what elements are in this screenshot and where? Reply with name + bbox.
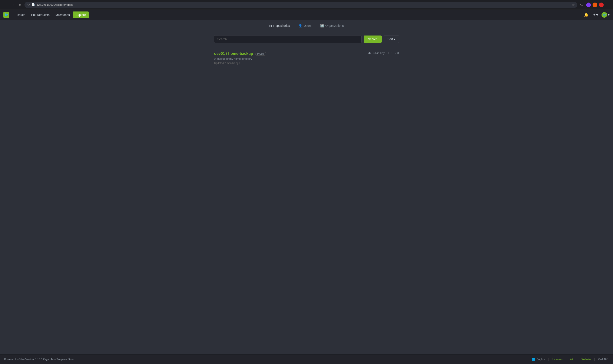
licenses-link[interactable]: Licenses bbox=[552, 358, 562, 361]
shield-icon: 🛡 bbox=[27, 3, 30, 6]
page-icon: 📄 bbox=[31, 3, 35, 6]
repo-description: A backup of my home directory bbox=[214, 57, 266, 60]
nav-link-pull-requests[interactable]: Pull Requests bbox=[28, 10, 52, 20]
powered-by-text: Powered by Gitea Version: 1.16.6 Page: bbox=[4, 358, 50, 361]
repo-info: dev01 / home-backup Private A backup of … bbox=[214, 52, 266, 65]
separator-3: | bbox=[577, 358, 578, 361]
repo-title-row: dev01 / home-backup Private bbox=[214, 52, 266, 56]
globe-icon: 🌐 bbox=[532, 358, 535, 361]
extension-avatar-2[interactable] bbox=[593, 2, 597, 7]
browser-nav-buttons: ← → ↻ bbox=[2, 2, 22, 8]
repo-meta: Public Key ☆ 0 ⑂ 0 bbox=[368, 52, 399, 55]
address-bar[interactable] bbox=[37, 3, 570, 6]
app-navbar: 🐦 Issues Pull Requests Milestones Explor… bbox=[0, 10, 613, 20]
page-time: 9ms bbox=[50, 358, 55, 361]
avatar: 🐦 bbox=[601, 12, 607, 18]
stars-count: 0 bbox=[391, 52, 392, 55]
nav-link-milestones[interactable]: Milestones bbox=[53, 10, 73, 20]
separator-2: | bbox=[566, 358, 567, 361]
organizations-icon: 🏢 bbox=[320, 24, 324, 28]
language-dot bbox=[368, 52, 370, 54]
search-input[interactable] bbox=[214, 35, 362, 43]
template-label: Template: bbox=[57, 358, 68, 361]
repositories-icon: ⊟ bbox=[269, 24, 272, 28]
website-link[interactable]: Website bbox=[582, 358, 591, 361]
reload-button[interactable]: ↻ bbox=[17, 2, 22, 8]
tab-repositories-label: Repositories bbox=[273, 24, 290, 27]
nav-links: Issues Pull Requests Milestones Explore bbox=[14, 10, 89, 20]
browser-actions: 🛡 ⋮ bbox=[579, 2, 611, 8]
nav-link-explore[interactable]: Explore bbox=[73, 12, 89, 18]
repo-forks: ⑂ 0 bbox=[395, 52, 399, 55]
fork-icon: ⑂ bbox=[395, 52, 396, 55]
shield-action-icon[interactable]: 🛡 bbox=[579, 2, 585, 8]
tab-organizations-label: Organizations bbox=[326, 24, 344, 27]
footer-right: 🌐 English | Licenses | API | Website | G… bbox=[532, 358, 609, 361]
back-button[interactable]: ← bbox=[2, 2, 9, 8]
separator-4: | bbox=[594, 358, 595, 361]
api-link[interactable]: API bbox=[570, 358, 574, 361]
footer: Powered by Gitea Version: 1.16.6 Page: 9… bbox=[0, 354, 613, 364]
extension-avatar-3[interactable] bbox=[599, 2, 604, 7]
bookmark-icon[interactable]: ☆ bbox=[572, 3, 575, 7]
main-content: Search Sort ▾ dev01 / home-backup Privat… bbox=[211, 30, 402, 354]
language-label: Public Key bbox=[372, 52, 385, 55]
search-button[interactable]: Search bbox=[364, 36, 382, 43]
language-label: English bbox=[537, 358, 545, 361]
repository-list: dev01 / home-backup Private A backup of … bbox=[214, 48, 399, 68]
tab-repositories[interactable]: ⊟ Repositories bbox=[265, 22, 294, 30]
user-chevron-icon: ▾ bbox=[608, 13, 610, 17]
create-new-button[interactable]: + ▾ bbox=[592, 12, 599, 18]
visibility-badge: Private bbox=[255, 52, 266, 56]
repo-language: Public Key bbox=[368, 52, 385, 55]
go-version: Go1.18.1 bbox=[598, 358, 609, 361]
tab-users[interactable]: 👤 Users bbox=[294, 22, 316, 30]
address-bar-container: 🛡 📄 ☆ bbox=[25, 2, 577, 8]
separator-1: | bbox=[548, 358, 549, 361]
sort-chevron-icon: ▾ bbox=[394, 38, 395, 41]
users-icon: 👤 bbox=[299, 24, 302, 28]
browser-chrome: ← → ↻ 🛡 📄 ☆ 🛡 ⋮ bbox=[0, 0, 613, 10]
star-icon: ☆ bbox=[387, 52, 390, 55]
search-bar-row: Search Sort ▾ bbox=[214, 35, 399, 43]
repo-updated: Updated 2 months ago bbox=[214, 62, 266, 65]
forward-button[interactable]: → bbox=[10, 2, 16, 8]
nav-link-issues[interactable]: Issues bbox=[14, 10, 28, 20]
table-row: dev01 / home-backup Private A backup of … bbox=[214, 48, 399, 68]
template-time: 5ms bbox=[68, 358, 74, 361]
nav-actions: 🔔 + ▾ 🐦 ▾ bbox=[583, 12, 610, 18]
create-chevron-icon: ▾ bbox=[596, 13, 598, 17]
forks-count: 0 bbox=[397, 52, 399, 55]
user-menu[interactable]: 🐦 ▾ bbox=[601, 12, 610, 18]
search-input-wrapper bbox=[214, 35, 362, 43]
explore-tabs: ⊟ Repositories 👤 Users 🏢 Organizations bbox=[0, 20, 613, 30]
footer-left: Powered by Gitea Version: 1.16.6 Page: 9… bbox=[4, 358, 74, 361]
plus-icon: + bbox=[593, 13, 596, 17]
notification-bell-button[interactable]: 🔔 bbox=[583, 12, 590, 18]
repo-stars: ☆ 0 bbox=[387, 52, 392, 55]
menu-button[interactable]: ⋮ bbox=[605, 2, 611, 8]
repo-name-link[interactable]: dev01 / home-backup bbox=[214, 52, 253, 56]
sort-label: Sort bbox=[387, 38, 393, 41]
extension-avatar-1[interactable] bbox=[586, 2, 591, 7]
tab-organizations[interactable]: 🏢 Organizations bbox=[316, 22, 348, 30]
sort-button[interactable]: Sort ▾ bbox=[384, 35, 399, 43]
tab-users-label: Users bbox=[304, 24, 312, 27]
app-logo[interactable]: 🐦 bbox=[3, 12, 9, 18]
language-selector[interactable]: 🌐 English bbox=[532, 358, 545, 361]
